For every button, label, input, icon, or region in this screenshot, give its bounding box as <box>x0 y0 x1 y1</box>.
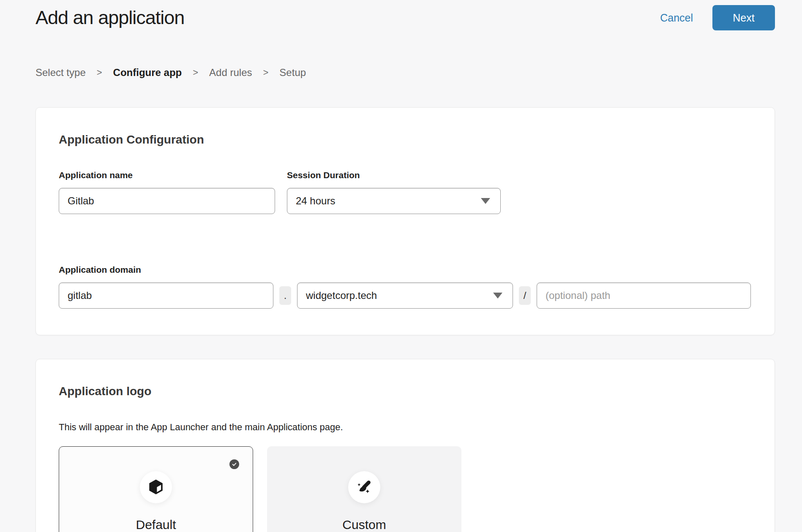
logo-option-custom[interactable]: Custom <box>267 446 461 532</box>
session-duration-field: Session Duration 24 hours <box>287 170 501 214</box>
path-input[interactable] <box>537 282 751 309</box>
check-icon <box>232 461 237 467</box>
domain-select-value: widgetcorp.tech <box>306 290 377 301</box>
selected-badge <box>229 459 239 469</box>
application-name-input[interactable] <box>59 188 275 214</box>
logo-card-description: This will appear in the App Launcher and… <box>59 422 752 433</box>
application-domain-row: . widgetcorp.tech / <box>59 282 752 309</box>
domain-select[interactable]: widgetcorp.tech <box>297 282 513 309</box>
breadcrumb-step-add-rules[interactable]: Add rules <box>209 67 252 79</box>
breadcrumb-step-configure-app[interactable]: Configure app <box>113 67 182 79</box>
page-title: Add an application <box>35 7 184 29</box>
cancel-button[interactable]: Cancel <box>660 12 693 24</box>
application-logo-card: Application logo This will appear in the… <box>35 359 775 532</box>
add-application-page: Add an application Cancel Next Select ty… <box>0 0 802 532</box>
application-domain-field: Application domain . widgetcorp.tech / <box>59 265 752 309</box>
application-configuration-card: Application Configuration Application na… <box>35 107 775 335</box>
logo-option-label: Custom <box>267 518 461 532</box>
dot-separator: . <box>279 286 291 305</box>
application-domain-label: Application domain <box>59 265 752 275</box>
logo-options: Default Custom <box>59 446 752 532</box>
custom-logo-circle <box>348 471 380 503</box>
logo-option-default[interactable]: Default <box>59 446 253 532</box>
session-duration-value: 24 hours <box>296 195 335 207</box>
slash-separator: / <box>519 286 531 305</box>
breadcrumb-separator: > <box>263 67 269 78</box>
breadcrumb-step-setup[interactable]: Setup <box>279 67 306 79</box>
paintbrush-icon <box>355 478 373 496</box>
chevron-down-icon <box>493 293 502 299</box>
breadcrumb: Select type > Configure app > Add rules … <box>35 67 775 79</box>
session-duration-label: Session Duration <box>287 170 501 180</box>
name-session-row: Application name Session Duration 24 hou… <box>59 170 752 214</box>
configuration-card-title: Application Configuration <box>59 133 752 147</box>
header-actions: Cancel Next <box>660 5 775 30</box>
page-header: Add an application Cancel Next <box>35 0 775 30</box>
application-name-label: Application name <box>59 170 275 180</box>
default-logo-circle <box>140 471 172 503</box>
session-duration-select[interactable]: 24 hours <box>287 188 501 214</box>
logo-card-title: Application logo <box>59 385 752 398</box>
subdomain-input[interactable] <box>59 282 273 309</box>
next-button[interactable]: Next <box>712 5 775 30</box>
breadcrumb-step-select-type[interactable]: Select type <box>35 67 86 79</box>
logo-option-label: Default <box>59 518 253 532</box>
chevron-down-icon <box>481 198 490 204</box>
breadcrumb-separator: > <box>193 67 198 78</box>
cube-icon <box>147 478 165 496</box>
breadcrumb-separator: > <box>97 67 102 78</box>
application-name-field: Application name <box>59 170 275 214</box>
